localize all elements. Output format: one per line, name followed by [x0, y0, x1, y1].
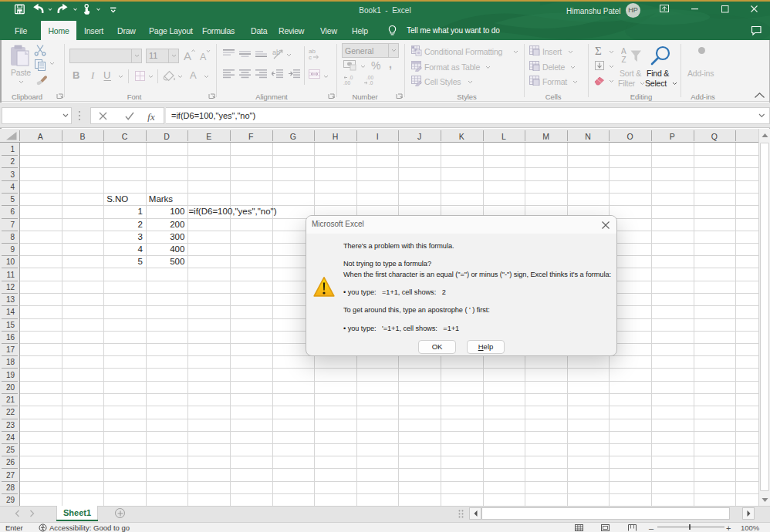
svg-text:,: , [389, 60, 392, 70]
svg-text:19: 19 [6, 371, 15, 379]
svg-text:25: 25 [6, 446, 15, 454]
svg-text:K: K [459, 132, 464, 141]
svg-text:M: M [542, 132, 549, 141]
svg-text:G: G [290, 132, 296, 141]
svg-text:2: 2 [137, 220, 142, 229]
svg-text:D: D [164, 132, 170, 141]
svg-text:1: 1 [10, 145, 15, 153]
svg-text:6: 6 [10, 207, 15, 216]
svg-text:I: I [90, 69, 95, 81]
svg-text:S.NO: S.NO [106, 194, 128, 204]
svg-text:7: 7 [10, 221, 15, 229]
svg-text:12: 12 [6, 283, 15, 291]
svg-text:24: 24 [6, 433, 15, 442]
svg-text:29: 29 [6, 496, 15, 504]
svg-text:L: L [502, 132, 506, 141]
svg-text:A: A [38, 132, 43, 141]
svg-text:I: I [377, 132, 379, 141]
svg-text:C: C [122, 132, 128, 141]
svg-text:10: 10 [6, 258, 15, 266]
svg-text:5: 5 [10, 195, 15, 204]
svg-text:4: 4 [137, 244, 143, 254]
svg-text:21: 21 [6, 396, 15, 404]
svg-text:500: 500 [170, 257, 184, 266]
svg-text:.00: .00 [366, 75, 373, 80]
svg-text:Q: Q [711, 132, 718, 141]
svg-text:18: 18 [6, 358, 15, 366]
svg-text:U: U [103, 69, 110, 81]
svg-text:fx: fx [147, 111, 155, 122]
svg-text:N: N [585, 132, 591, 141]
svg-text:100: 100 [170, 207, 184, 216]
svg-text:J: J [417, 132, 421, 141]
svg-text:2: 2 [10, 157, 15, 166]
svg-text:B: B [79, 132, 85, 141]
svg-text:27: 27 [6, 471, 15, 480]
svg-text:%: % [371, 60, 380, 71]
svg-text:15: 15 [6, 321, 15, 329]
svg-text:P: P [670, 132, 675, 141]
svg-text:.00: .00 [343, 80, 350, 86]
svg-text:F: F [248, 132, 253, 141]
svg-text:26: 26 [6, 458, 15, 466]
svg-text:23: 23 [6, 421, 15, 429]
svg-text:300: 300 [170, 232, 184, 241]
svg-text:Z: Z [622, 56, 626, 63]
svg-text:3: 3 [10, 170, 15, 179]
svg-text:8: 8 [10, 233, 15, 241]
svg-text:22: 22 [6, 408, 15, 416]
svg-text:A: A [200, 52, 207, 62]
svg-text:3: 3 [137, 232, 142, 241]
svg-text:B: B [73, 69, 79, 81]
svg-text:5: 5 [137, 257, 142, 266]
svg-text:11: 11 [7, 271, 15, 279]
svg-text:A: A [621, 47, 626, 56]
svg-text:1: 1 [137, 207, 142, 216]
svg-text:28: 28 [6, 483, 15, 492]
svg-text:O: O [627, 132, 633, 141]
svg-text:.0: .0 [369, 80, 373, 86]
svg-text:=if(D6=100,"yes","no"): =if(D6=100,"yes","no") [188, 207, 276, 216]
svg-text:9: 9 [10, 245, 15, 254]
svg-text:13: 13 [6, 295, 15, 304]
svg-text:400: 400 [170, 244, 184, 254]
svg-text:16: 16 [6, 333, 15, 342]
svg-text:c: c [309, 54, 312, 60]
svg-text:.0: .0 [349, 75, 353, 80]
svg-text:17: 17 [6, 345, 15, 354]
svg-text:4: 4 [10, 183, 15, 191]
svg-text:200: 200 [170, 220, 184, 229]
svg-text:20: 20 [6, 383, 15, 392]
svg-text:A: A [184, 49, 191, 62]
svg-text:H: H [333, 132, 339, 141]
svg-text:Marks: Marks [149, 194, 174, 204]
svg-text:14: 14 [6, 308, 15, 316]
svg-text:E: E [206, 132, 211, 141]
svg-text:ab: ab [272, 49, 280, 56]
